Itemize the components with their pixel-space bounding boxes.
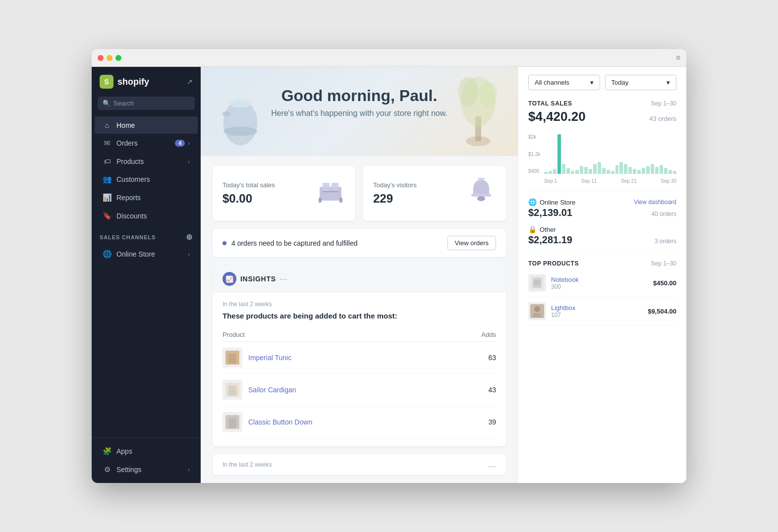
settings-chevron-icon: ›	[188, 467, 190, 473]
svg-rect-6	[475, 116, 481, 141]
total-sales-orders: 43 orders	[649, 115, 676, 122]
search-box[interactable]: 🔍	[98, 97, 195, 110]
stat-illustration-visitors	[466, 176, 496, 211]
channel-orders-other: 3 orders	[655, 238, 676, 245]
channel-amount-other: $2,281.19	[528, 234, 572, 246]
channel-name-other: Other	[540, 226, 556, 233]
svg-point-5	[466, 136, 491, 146]
channel-row-other: 🔒 Other $2,281.19 3 orders	[528, 225, 676, 246]
add-channel-icon[interactable]: ⊕	[186, 232, 193, 242]
channel-filter-chevron-icon: ▾	[590, 79, 594, 86]
chart-x-label-0: Sep 1	[544, 178, 557, 184]
search-input[interactable]	[113, 100, 190, 107]
chart-bar	[646, 166, 650, 174]
sidebar-item-orders[interactable]: ✉ Orders 4 ›	[95, 134, 198, 152]
products-chevron-icon: ›	[188, 159, 190, 164]
sales-channels-label: SALES CHANNELS ⊕	[92, 225, 201, 245]
fullscreen-button[interactable]	[115, 55, 121, 61]
svg-rect-20	[228, 354, 236, 364]
hero-section: Good morning, Paul. Here's what's happen…	[201, 67, 518, 156]
channel-orders-online: 40 orders	[651, 211, 676, 217]
chart-bar	[589, 169, 592, 174]
view-dashboard-link[interactable]: View dashboard	[634, 199, 676, 206]
minimize-button[interactable]	[107, 55, 112, 61]
chart-bar	[580, 166, 583, 174]
date-filter-chevron-icon: ▾	[667, 79, 670, 86]
divider-1	[528, 191, 676, 191]
product-name-1[interactable]: Sailor Cardigan	[248, 386, 488, 394]
sidebar-item-settings[interactable]: ⚙ Settings ›	[95, 461, 198, 479]
view-orders-button[interactable]: View orders	[447, 236, 496, 250]
insights-title: INSIGHTS	[240, 275, 276, 283]
customers-icon: 👥	[103, 175, 111, 184]
sidebar-item-discounts[interactable]: 🔖 Discounts	[95, 207, 198, 225]
alert-bar: 4 orders need to be captured and fulfill…	[213, 229, 506, 257]
hero-subtitle: Here's what's happening with your store …	[211, 109, 508, 118]
stats-row: Today's total sales $0.00	[201, 156, 518, 221]
sidebar-item-home[interactable]: ⌂ Home	[95, 116, 198, 134]
app-body: S shopify ↗ 🔍 ⌂ Home ✉	[92, 67, 686, 483]
chart-bar	[584, 167, 588, 174]
chart-bar	[642, 168, 645, 174]
chart-bar	[664, 168, 667, 174]
chart-bar	[607, 170, 610, 174]
traffic-lights	[98, 55, 121, 61]
top-product-name-1[interactable]: Lightbox	[551, 304, 648, 312]
chart-y-label-1: $1.2k	[528, 152, 540, 157]
total-sales-amount: $4,420.20	[528, 109, 586, 124]
product-adds-0: 63	[488, 354, 496, 362]
sidebar-item-products[interactable]: 🏷 Products ›	[95, 153, 198, 170]
close-button[interactable]	[98, 55, 104, 61]
chart-bar	[624, 164, 627, 174]
product-name-0[interactable]: Imperial Tunic	[248, 354, 488, 362]
channel-filter-button[interactable]: All channels ▾	[528, 75, 600, 90]
chart-bar	[549, 171, 552, 174]
logo-area: S shopify	[100, 75, 149, 89]
sidebar-item-reports[interactable]: 📊 Reports	[95, 189, 198, 207]
chart-x-label-1: Sep 11	[581, 178, 597, 184]
chart-bar	[619, 162, 623, 174]
chart-bar	[557, 134, 561, 174]
stat-label-visitors: Today's visitors	[373, 181, 417, 189]
sidebar-bottom: 🧩 Apps ⚙ Settings ›	[92, 437, 201, 483]
total-sales-section: TOTAL SALES Sep 1–30 $4,420.20 43 orders	[528, 100, 676, 124]
chart-bar	[553, 169, 556, 174]
second-insights-section: ··· In the last 2 weeks	[213, 454, 506, 475]
svg-point-4	[223, 127, 258, 136]
insights-more-button[interactable]: ···	[280, 274, 287, 284]
sidebar-item-apps[interactable]: 🧩 Apps	[95, 442, 198, 460]
date-filter-label: Today	[611, 79, 629, 86]
svg-rect-24	[228, 418, 236, 428]
titlebar: ≡	[92, 49, 686, 67]
second-insights-period: In the last 2 weeks	[222, 461, 496, 468]
external-link-icon[interactable]: ↗	[187, 78, 193, 86]
date-filter-button[interactable]: Today ▾	[605, 75, 677, 90]
stat-value-visitors: 229	[373, 192, 417, 206]
channel-row-online: 🌐 Online Store View dashboard $2,139.01 …	[528, 198, 676, 218]
divider-2	[528, 253, 676, 253]
top-product-name-0[interactable]: Notebook	[551, 276, 653, 283]
alert-text: 4 orders need to be captured and fulfill…	[231, 239, 358, 247]
top-product-row-1: Lightbox 107 $9,504.00	[528, 297, 676, 325]
svg-rect-11	[323, 183, 330, 191]
second-insights-more-button[interactable]: ···	[489, 461, 496, 472]
chart-bar	[593, 164, 597, 174]
table-row: Imperial Tunic 63	[222, 342, 496, 374]
sidebar-item-online-store[interactable]: 🌐 Online Store ›	[95, 245, 198, 263]
product-table-header: Product Adds	[222, 328, 496, 342]
sidebar-item-label-reports: Reports	[116, 194, 141, 202]
product-name-2[interactable]: Classic Button Down	[248, 418, 488, 426]
logo-text: shopify	[117, 77, 149, 87]
sidebar-item-customers[interactable]: 👥 Customers	[95, 170, 198, 188]
product-table: Product Adds Imperial Tunic 63	[222, 328, 496, 438]
insights-period: In the last 2 weeks	[222, 301, 496, 308]
insights-body: In the last 2 weeks These products are b…	[213, 293, 506, 446]
chart-bar	[562, 164, 565, 174]
online-store-channel-icon: 🌐	[528, 198, 537, 206]
other-channel-icon: 🔒	[528, 225, 537, 233]
top-products-section: TOP PRODUCTS Sep 1–30 Notebook 300 $450.…	[528, 260, 676, 325]
col-adds: Adds	[481, 331, 496, 338]
chart-area: $2k $1.2k $400 Sep 1 Sep 11 Sep 21 Sep 3…	[528, 134, 676, 184]
sidebar-item-label-discounts: Discounts	[116, 212, 147, 220]
chart-bar	[544, 172, 548, 174]
